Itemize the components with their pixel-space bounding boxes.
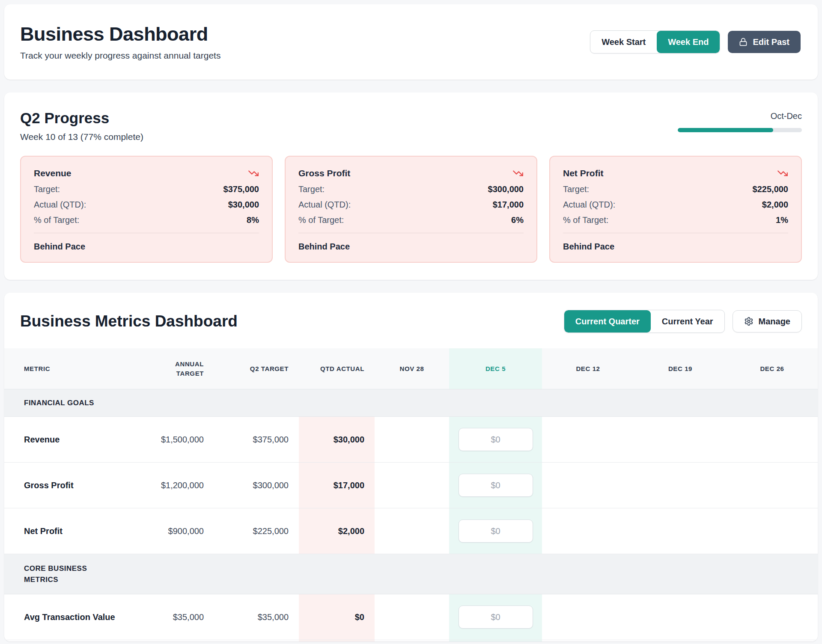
q2-progress-section: Q2 Progress Week 10 of 13 (77% complete)… — [4, 92, 818, 280]
kpi-status-badge: Behind Pace — [563, 242, 788, 252]
week-cell-dec-5 — [449, 417, 542, 462]
metrics-table: METRIC ANNUAL TARGET Q2 TARGET QTD ACTUA… — [4, 348, 818, 641]
q2-progress-bar — [678, 128, 802, 132]
col-header-dec-26: DEC 26 — [727, 348, 818, 389]
kpi-pct-value: 6% — [511, 215, 524, 225]
col-header-q2-target: Q2 TARGET — [214, 348, 299, 389]
edit-past-label: Edit Past — [753, 37, 789, 47]
annual-target-cell: $1,200,000 — [131, 463, 214, 508]
qtd-actual-cell: $2,000 — [299, 508, 375, 554]
week-value-input[interactable] — [459, 605, 533, 629]
week-cell-dec-12 — [542, 463, 634, 508]
q2-target-cell: $35,000 — [214, 594, 299, 640]
page-header: Business Dashboard Track your weekly pro… — [4, 4, 818, 80]
section-row-core-business-metrics: CORE BUSINESS METRICS — [4, 554, 818, 594]
q2-progress-header: Q2 Progress Week 10 of 13 (77% complete)… — [20, 110, 802, 142]
range-toggle: Current Quarter Current Year — [564, 310, 725, 333]
annual-target-cell: $1,500,000 — [131, 417, 214, 462]
kpi-target-label: Target: — [34, 184, 60, 194]
qtd-actual-cell: $0 — [299, 594, 375, 640]
week-cell-dec-5 — [449, 463, 542, 508]
q2-progress-bar-fill — [678, 128, 773, 132]
metric-name-cell: Net Profit — [4, 508, 131, 554]
kpi-target-value: $375,000 — [223, 184, 259, 194]
page-title: Business Dashboard — [20, 23, 220, 45]
week-value-input[interactable] — [459, 428, 533, 451]
metric-name-cell: Avg Transaction Value — [4, 594, 131, 640]
week-cell-dec-19 — [634, 508, 727, 554]
week-cell-nov-28 — [375, 463, 449, 508]
kpi-target-label: Target: — [298, 184, 325, 194]
table-row-avg-transaction-value: Avg Transaction Value $35,000 $35,000 $0 — [4, 594, 818, 640]
gear-icon — [744, 317, 754, 326]
week-start-button[interactable]: Week Start — [590, 31, 657, 53]
manage-button[interactable]: Manage — [733, 310, 802, 332]
trending-down-icon — [248, 168, 259, 179]
metric-name-cell: Gross Profit — [4, 463, 131, 508]
week-cell-dec-26 — [727, 417, 818, 462]
kpi-cards: Revenue Target:$375,000 Actual (QTD):$30… — [20, 156, 802, 263]
section-label: CORE BUSINESS METRICS — [4, 554, 818, 594]
week-cell-nov-28 — [375, 594, 449, 640]
annual-target-cell: $900,000 — [131, 508, 214, 554]
kpi-name: Gross Profit — [298, 168, 350, 178]
section-label: FINANCIAL GOALS — [4, 389, 818, 416]
metrics-dashboard-header: Business Metrics Dashboard Current Quart… — [4, 310, 818, 333]
edit-past-button[interactable]: Edit Past — [728, 31, 801, 53]
lock-icon — [739, 38, 748, 46]
metrics-dashboard-title: Business Metrics Dashboard — [20, 312, 238, 330]
week-cell-dec-19 — [634, 417, 727, 462]
page-subtitle: Track your weekly progress against annua… — [20, 50, 220, 61]
q2-period-label: Oct-Dec — [771, 111, 802, 121]
kpi-target-label: Target: — [563, 184, 589, 194]
section-row-financial-goals: FINANCIAL GOALS — [4, 389, 818, 417]
annual-target-cell: $35,000 — [131, 594, 214, 640]
kpi-pct-label: % of Target: — [563, 215, 608, 225]
kpi-actual-value: $2,000 — [762, 200, 788, 210]
kpi-card-net-profit: Net Profit Target:$225,000 Actual (QTD):… — [549, 156, 802, 263]
kpi-divider — [563, 233, 788, 233]
week-value-input[interactable] — [459, 474, 533, 497]
week-end-button[interactable]: Week End — [657, 31, 720, 53]
current-year-button[interactable]: Current Year — [651, 310, 724, 332]
kpi-divider — [298, 233, 524, 233]
trending-down-icon — [777, 168, 788, 179]
week-cell-dec-12 — [542, 594, 634, 640]
kpi-pct-value: 8% — [247, 215, 259, 225]
table-row-revenue: Revenue $1,500,000 $375,000 $30,000 — [4, 417, 818, 463]
week-cell-dec-12 — [542, 508, 634, 554]
current-quarter-button[interactable]: Current Quarter — [564, 310, 651, 332]
week-cell-dec-19 — [634, 594, 727, 640]
q2-target-cell: $300,000 — [214, 463, 299, 508]
kpi-pct-label: % of Target: — [34, 215, 79, 225]
kpi-name: Revenue — [34, 168, 71, 178]
kpi-actual-label: Actual (QTD): — [34, 200, 86, 210]
kpi-actual-value: $17,000 — [493, 200, 524, 210]
metrics-controls: Current Quarter Current Year Manage — [564, 310, 802, 333]
kpi-card-revenue: Revenue Target:$375,000 Actual (QTD):$30… — [20, 156, 273, 263]
kpi-target-value: $300,000 — [488, 184, 524, 194]
q2-target-cell: $225,000 — [214, 508, 299, 554]
kpi-actual-label: Actual (QTD): — [298, 200, 351, 210]
kpi-divider — [34, 233, 259, 233]
kpi-pct-label: % of Target: — [298, 215, 344, 225]
kpi-actual-value: $30,000 — [228, 200, 259, 210]
week-cell-nov-28 — [375, 417, 449, 462]
week-value-input[interactable] — [459, 519, 533, 543]
q2-progress-titles: Q2 Progress Week 10 of 13 (77% complete) — [20, 110, 143, 142]
table-row-net-profit: Net Profit $900,000 $225,000 $2,000 — [4, 508, 818, 554]
kpi-status-badge: Behind Pace — [298, 242, 524, 252]
col-header-dec-5: DEC 5 — [449, 348, 542, 389]
metrics-table-header-row: METRIC ANNUAL TARGET Q2 TARGET QTD ACTUA… — [4, 348, 818, 389]
header-controls: Week Start Week End Edit Past — [590, 30, 801, 53]
table-row-gross-profit: Gross Profit $1,200,000 $300,000 $17,000 — [4, 463, 818, 508]
col-header-dec-19: DEC 19 — [634, 348, 727, 389]
week-cell-nov-28 — [375, 508, 449, 554]
q2-period-block: Oct-Dec — [678, 110, 802, 132]
manage-label: Manage — [759, 317, 790, 326]
kpi-target-value: $225,000 — [753, 184, 788, 194]
kpi-pct-value: 1% — [776, 215, 788, 225]
kpi-status-badge: Behind Pace — [34, 242, 259, 252]
col-header-metric: METRIC — [4, 348, 131, 389]
week-cell-dec-5 — [449, 508, 542, 554]
